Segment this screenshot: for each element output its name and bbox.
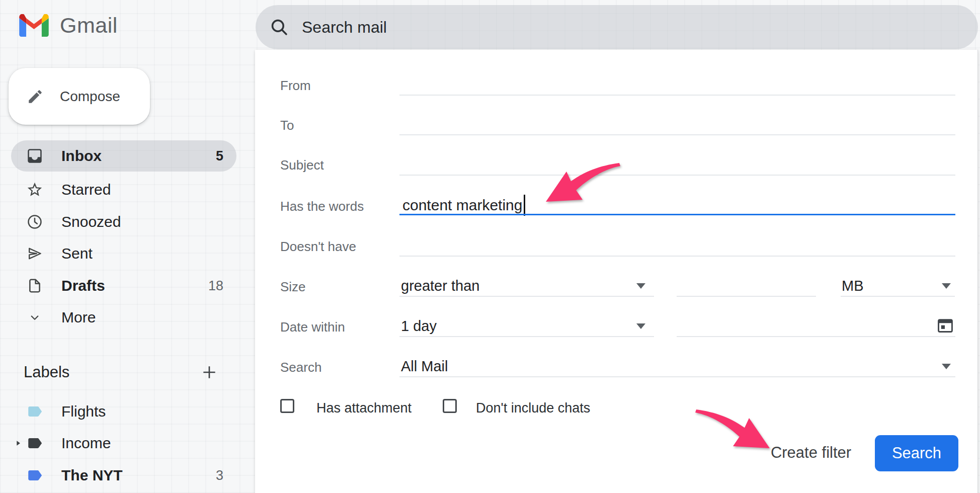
subject-underline [399,175,955,176]
sidebar-item-starred[interactable]: Starred [11,174,236,205]
to-underline [399,134,955,135]
dont-include-chats-label: Don't include chats [476,400,590,416]
size-comparator-dropdown[interactable]: greater than [401,278,479,294]
chevron-down-icon [26,309,43,326]
compose-button[interactable]: Compose [9,68,150,125]
from-underline [399,95,955,96]
date-within-label: Date within [280,319,345,335]
sidebar-item-snoozed[interactable]: Snoozed [11,206,236,237]
search-filter-panel: From To Subject Has the words content ma… [255,50,978,493]
size-unit-dropdown[interactable]: MB [842,278,864,294]
sidebar: Gmail Compose Inbox 5 Starred Snoozed [0,0,255,493]
from-input[interactable] [399,75,955,93]
sidebar-item-sent[interactable]: Sent [11,238,236,269]
sidebar-item-drafts[interactable]: Drafts 18 [11,270,236,301]
sidebar-label-the-nyt[interactable]: The NYT 3 [11,460,236,491]
search-icon [269,17,290,38]
draft-file-icon [26,277,43,294]
pencil-icon [27,88,44,105]
inbox-icon [26,147,43,165]
clock-icon [26,213,43,230]
search-scope-label: Search [280,360,321,375]
label-name: Income [61,435,111,452]
sidebar-item-label: Sent [61,245,93,262]
calendar-icon[interactable] [936,315,955,335]
size-unit-underline [841,296,955,297]
has-words-value: content marketing [402,197,522,214]
date-underline [677,336,955,337]
size-label: Size [280,279,306,295]
from-label: From [280,78,311,94]
send-icon [26,245,43,262]
label-name: Flights [61,403,106,420]
label-count: 3 [216,468,223,483]
sidebar-item-label: Snoozed [61,213,121,230]
has-words-underline-focused [399,214,955,215]
subject-label: Subject [280,157,324,173]
label-tag-icon [26,435,43,452]
gmail-logo-text: Gmail [60,13,118,38]
compose-label: Compose [60,89,120,105]
create-filter-button[interactable]: Create filter [763,444,859,462]
doesnt-have-input[interactable] [399,236,955,254]
labels-header: Labels [11,358,236,386]
annotation-arrow-has-words [543,161,621,204]
dont-include-chats-checkbox[interactable] [443,399,457,413]
inbox-count: 5 [216,148,223,164]
has-attachment-checkbox[interactable] [280,399,294,413]
star-icon [26,181,43,198]
add-label-button[interactable] [197,360,221,384]
label-name: The NYT [61,467,123,484]
search-scope-underline [399,376,955,377]
subject-input[interactable] [399,154,955,173]
gmail-logo[interactable]: Gmail [19,13,118,38]
search-scope-dropdown[interactable]: All Mail [401,358,448,375]
dropdown-arrow-icon[interactable] [636,283,645,289]
date-range-underline [399,336,654,337]
sidebar-label-flights[interactable]: Flights [11,396,236,427]
sidebar-item-inbox[interactable]: Inbox 5 [11,140,236,172]
label-tag-icon [26,467,43,484]
search-input[interactable]: Search mail [302,18,387,37]
label-tag-icon [26,403,43,420]
labels-title: Labels [24,363,69,381]
date-input[interactable] [677,316,928,335]
size-value-input[interactable] [677,276,816,294]
sidebar-item-label: More [61,309,96,326]
size-value-underline [677,296,816,297]
sidebar-label-income[interactable]: Income [11,428,236,459]
sidebar-item-more[interactable]: More [11,302,236,333]
dropdown-arrow-icon[interactable] [942,364,951,369]
annotation-arrow-create-filter [694,407,772,450]
plus-icon [199,362,219,382]
text-cursor [524,195,525,216]
has-words-label: Has the words [280,199,364,214]
dropdown-arrow-icon[interactable] [636,323,645,329]
date-range-dropdown[interactable]: 1 day [401,318,437,335]
sidebar-item-label: Starred [61,181,111,198]
gmail-m-icon [19,14,49,37]
size-comparator-underline [399,296,654,297]
has-attachment-label: Has attachment [316,400,412,416]
sidebar-item-label: Inbox [61,147,102,165]
expand-arrow-icon[interactable] [14,439,22,447]
dropdown-arrow-icon[interactable] [942,283,951,289]
drafts-count: 18 [208,278,223,294]
to-label: To [280,118,294,133]
doesnt-have-underline [399,256,955,257]
search-bar[interactable]: Search mail [256,5,978,49]
search-submit-button[interactable]: Search [875,435,958,471]
to-input[interactable] [399,115,955,133]
doesnt-have-label: Doesn't have [280,239,356,255]
sidebar-item-label: Drafts [61,277,105,294]
